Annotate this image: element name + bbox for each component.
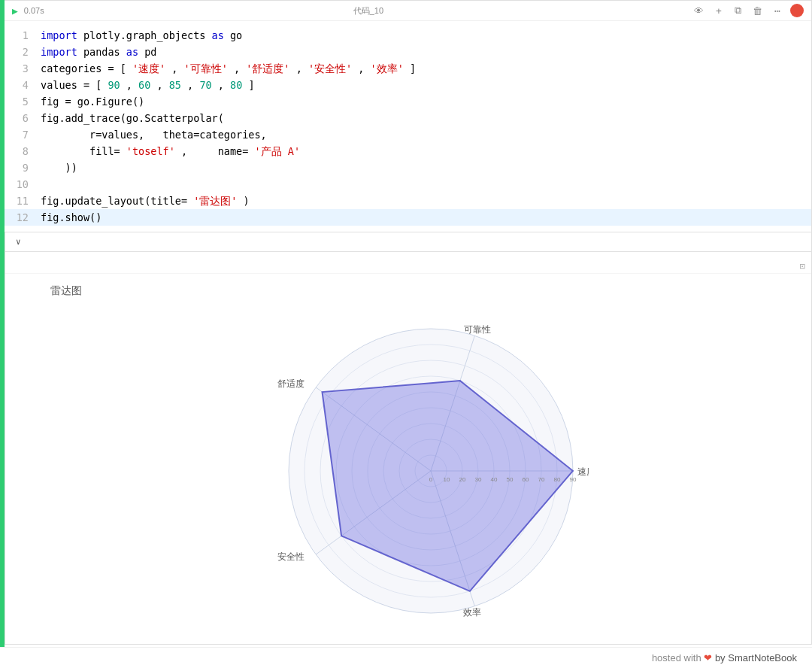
footer: hosted with ❤ by SmartNoteBook [0,647,812,668]
label-speed: 速度 [577,466,589,477]
code-cell: ▶ 0.07s 代码_10 👁 + ⧉ 🗑 ⋯ 1 import plotly.… [5,0,812,232]
output-area-header: ⊡ [5,260,811,274]
footer-brand: by SmartNoteBook [715,652,797,663]
run-button[interactable]: ▶ [12,5,18,17]
add-icon[interactable]: + [712,5,726,17]
expand-icon[interactable]: ⊡ [800,261,805,272]
footer-text: hosted with ❤ by SmartNoteBook [652,652,797,663]
svg-text:20: 20 [459,476,466,483]
heart-icon: ❤ [704,652,715,663]
code-line: 8 fill= 'toself' , name= '产品 A' [5,143,811,159]
radar-chart: 速度 可靠性 舒适度 安全性 效率 0 10 20 30 40 50 [273,313,589,629]
svg-text:70: 70 [538,476,545,483]
code-line-active: 12 fig.show() [5,209,811,226]
code-line: 11 fig.update_layout(title= '雷达图' ) [5,193,811,209]
svg-text:60: 60 [523,476,529,483]
cell-toolbar: 👁 + ⧉ 🗑 ⋯ [692,4,804,17]
eye-icon[interactable]: 👁 [692,5,706,17]
label-safety: 安全性 [277,551,304,562]
output-area: ⊡ 雷达图 [5,252,812,645]
svg-text:90: 90 [570,476,577,483]
copy-icon[interactable]: ⧉ [732,5,745,17]
code-line: 5 fig = go.Figure() [5,93,811,110]
code-line: 9 )) [5,159,811,176]
trash-icon[interactable]: 🗑 [751,5,765,17]
radar-svg: 速度 可靠性 舒适度 安全性 效率 0 10 20 30 40 50 [273,313,589,629]
status-dot [790,4,804,17]
code-line: 6 fig.add_trace(go.Scatterpolar( [5,110,811,126]
cell-title: 代码_10 [353,5,383,17]
code-line: 2 import pandas as pd [5,44,811,60]
svg-text:40: 40 [491,476,498,483]
chart-container: 雷达图 [5,277,811,636]
run-time: 0.07s [24,6,44,15]
code-area: 1 import plotly.graph_objects as go 2 im… [5,21,811,232]
svg-text:0: 0 [429,476,433,483]
chart-title: 雷达图 [50,284,82,298]
label-reliability: 可靠性 [464,324,491,335]
label-efficiency: 效率 [463,607,481,618]
code-line: 1 import plotly.graph_objects as go [5,27,811,44]
code-line: 3 categories = [ '速度' , '可靠性' , '舒适度' , … [5,60,811,77]
svg-text:50: 50 [507,476,514,483]
label-comfort: 舒适度 [277,378,304,389]
svg-text:80: 80 [554,476,561,483]
code-line: 4 values = [ 90 , 60 , 85 , 70 , 80 ] [5,77,811,93]
more-icon[interactable]: ⋯ [771,5,784,17]
svg-text:30: 30 [475,476,482,483]
code-line: 10 [5,176,811,193]
svg-text:10: 10 [444,476,450,483]
chevron-down-icon: ∨ [16,237,21,247]
code-cell-header: ▶ 0.07s 代码_10 👁 + ⧉ 🗑 ⋯ [5,1,811,21]
output-toggle[interactable]: ∨ [5,232,812,252]
code-line: 7 r=values, theta=categories, [5,126,811,143]
